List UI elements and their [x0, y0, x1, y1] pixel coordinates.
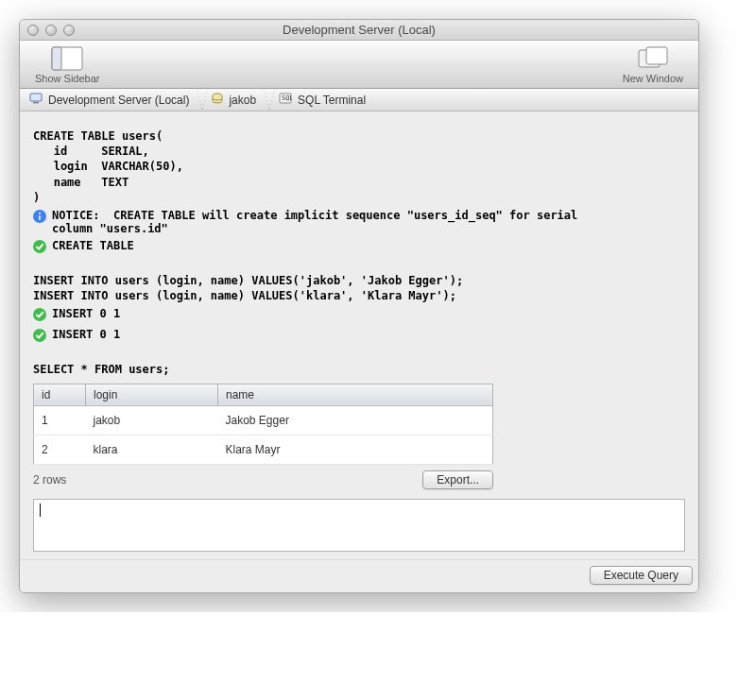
new-window-button[interactable]: New Window — [617, 44, 689, 86]
zoom-dot[interactable] — [63, 25, 75, 36]
export-button[interactable]: Export... — [422, 470, 493, 489]
traffic-lights — [27, 25, 75, 36]
table-row[interactable]: 1 jakob Jakob Egger — [34, 405, 493, 435]
cell-login: jakob — [86, 405, 218, 435]
window-title: Development Server (Local) — [20, 23, 698, 37]
cell-name: Klara Mayr — [218, 435, 493, 464]
svg-rect-4 — [30, 94, 42, 101]
insert-result-1-text: INSERT 0 1 — [52, 307, 120, 320]
terminal-icon: SQL — [279, 93, 292, 107]
create-table-block: CREATE TABLE users( id SERIAL, login VAR… — [33, 128, 685, 256]
insert-sql: INSERT INTO users (login, name) VALUES('… — [33, 273, 685, 303]
cell-name: Jakob Egger — [218, 405, 493, 435]
insert-result-2-line: INSERT 0 1 — [33, 328, 685, 345]
row-count: 2 rows — [33, 473, 66, 487]
show-sidebar-label: Show Sidebar — [35, 73, 100, 84]
close-dot[interactable] — [27, 25, 39, 36]
execute-query-button[interactable]: Execute Query — [590, 566, 693, 585]
cell-login: klara — [86, 435, 218, 464]
table-footer: 2 rows Export... — [33, 470, 493, 489]
insert-result-2-text: INSERT 0 1 — [52, 328, 120, 341]
minimize-dot[interactable] — [45, 25, 57, 36]
cell-id: 2 — [34, 435, 86, 464]
svg-text:SQL: SQL — [282, 94, 292, 102]
sql-console: CREATE TABLE users( id SERIAL, login VAR… — [20, 111, 698, 559]
result-table: id login name 1 jakob Jakob Egger 2 klar… — [33, 384, 493, 465]
check-icon — [33, 328, 46, 345]
breadcrumb-server[interactable]: Development Server (Local) — [20, 89, 202, 111]
bottom-bar: Execute Query — [20, 559, 698, 592]
create-result-text: CREATE TABLE — [52, 239, 134, 252]
select-block: SELECT * FROM users; id login name 1 jak… — [33, 362, 685, 488]
new-window-label: New Window — [623, 73, 683, 84]
app-window: Development Server (Local) Show Sidebar … — [19, 19, 699, 593]
insert-result-1-line: INSERT 0 1 — [33, 307, 685, 324]
create-table-sql: CREATE TABLE users( id SERIAL, login VAR… — [33, 128, 685, 205]
table-row[interactable]: 2 klara Klara Mayr — [34, 435, 493, 464]
notice-text: NOTICE: CREATE TABLE will create implici… — [52, 209, 577, 235]
notice-line: NOTICE: CREATE TABLE will create implici… — [33, 209, 685, 235]
new-window-icon — [637, 46, 669, 71]
breadcrumb-database[interactable]: jakob — [202, 89, 269, 111]
select-sql: SELECT * FROM users; — [33, 362, 685, 377]
breadcrumb-label: jakob — [229, 94, 256, 107]
database-icon — [212, 93, 223, 107]
col-name[interactable]: name — [218, 384, 493, 405]
breadcrumb-terminal[interactable]: SQL SQL Terminal — [269, 89, 379, 111]
svg-rect-10 — [39, 215, 41, 220]
table-header-row: id login name — [34, 384, 493, 405]
col-id[interactable]: id — [34, 384, 86, 405]
insert-block: INSERT INTO users (login, name) VALUES('… — [33, 273, 685, 345]
svg-rect-3 — [646, 47, 667, 64]
svg-point-11 — [39, 213, 41, 214]
col-login[interactable]: login — [86, 384, 218, 405]
query-input[interactable] — [33, 499, 685, 552]
cell-id: 1 — [34, 405, 86, 435]
breadcrumb-label: Development Server (Local) — [48, 94, 189, 107]
svg-rect-1 — [52, 47, 61, 70]
show-sidebar-button[interactable]: Show Sidebar — [29, 44, 106, 86]
svg-rect-5 — [33, 102, 39, 104]
toolbar: Show Sidebar New Window — [20, 41, 698, 89]
monitor-icon — [29, 93, 43, 107]
info-icon — [33, 209, 46, 226]
create-result-line: CREATE TABLE — [33, 239, 685, 256]
check-icon — [33, 239, 46, 256]
sidebar-icon — [51, 46, 83, 71]
breadcrumb-label: SQL Terminal — [298, 94, 366, 107]
breadcrumb: Development Server (Local) jakob SQL SQL… — [20, 89, 698, 111]
titlebar: Development Server (Local) — [20, 20, 698, 41]
text-caret — [40, 504, 41, 517]
check-icon — [33, 307, 46, 324]
